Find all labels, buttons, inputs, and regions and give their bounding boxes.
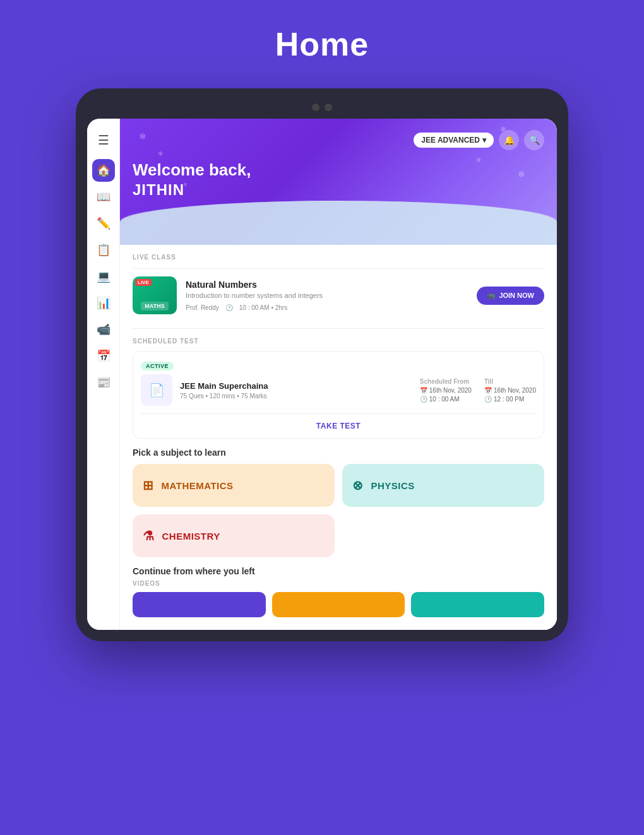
video-icon: 📹	[487, 292, 496, 300]
physics-icon: ⊗	[352, 478, 364, 493]
from-time: 🕐 10 : 00 AM	[420, 396, 472, 403]
exam-badge[interactable]: JEE ADVANCED ▾	[414, 133, 494, 148]
sidebar-schedule-icon[interactable]: 📅	[92, 345, 115, 367]
tablet-frame: ☰ 🏠 📖 ✏️ 📋 💻 📊 📹 📅 📰 ❄ ❄ ❄ ❄ ❄ ❄	[76, 88, 568, 641]
class-time: 10 : 00 AM • 2hrs	[239, 304, 287, 311]
divider-1	[133, 268, 544, 269]
professor-label: Prof. Reddy	[186, 304, 219, 311]
math-icon: ⊞	[143, 478, 154, 493]
sidebar-videos-icon[interactable]: 📹	[92, 318, 115, 341]
subjects-title: Pick a subject to learn	[133, 447, 544, 458]
calendar-icon-2: 📅	[484, 387, 492, 394]
search-icon: 🔍	[529, 135, 540, 145]
live-class-card: LIVE MATHS Natural Numbers Introduction …	[133, 276, 544, 321]
sidebar-live-icon[interactable]: 💻	[92, 265, 115, 288]
video-cards-row	[133, 592, 544, 617]
chemistry-icon: ⚗	[143, 528, 155, 543]
exam-label: JEE ADVANCED	[421, 136, 480, 145]
header-top: JEE ADVANCED ▾ 🔔 🔍	[133, 130, 544, 150]
camera-dot-2	[325, 104, 332, 111]
chemistry-label: CHEMISTRY	[162, 531, 220, 542]
main-content: ❄ ❄ ❄ ❄ ❄ ❄ JEE ADVANCED ▾ 🔔 🔍	[120, 119, 557, 630]
video-card-2[interactable]	[272, 592, 405, 617]
bell-icon: 🔔	[504, 135, 515, 145]
clock-icon-2: 🕐	[484, 396, 492, 403]
scheduled-test-label: SCHEDULED TEST	[133, 338, 544, 345]
tablet-screen: ☰ 🏠 📖 ✏️ 📋 💻 📊 📹 📅 📰 ❄ ❄ ❄ ❄ ❄ ❄	[87, 119, 557, 630]
from-label: Scheduled From	[420, 378, 472, 385]
sidebar-home-icon[interactable]: 🏠	[92, 159, 115, 182]
till-col: Till 📅 16th Nov, 2020 🕐 12 : 00 PM	[484, 378, 536, 403]
video-card-3[interactable]	[411, 592, 544, 617]
scheduled-from-col: Scheduled From 📅 16th Nov, 2020 🕐 10 : 0…	[420, 378, 472, 403]
sidebar-notes-icon[interactable]: ✏️	[92, 212, 115, 235]
chemistry-card[interactable]: ⚗ CHEMISTRY	[133, 514, 335, 557]
join-now-label: JOIN NOW	[499, 292, 534, 299]
live-class-title: Natural Numbers	[186, 280, 468, 290]
calendar-icon-1: 📅	[420, 387, 427, 394]
sidebar-menu-icon[interactable]: ☰	[92, 129, 115, 151]
sidebar: ☰ 🏠 📖 ✏️ 📋 💻 📊 📹 📅 📰	[87, 119, 120, 630]
sidebar-reports-icon[interactable]: 📊	[92, 292, 115, 314]
mathematics-card[interactable]: ⊞ MATHEMATICS	[133, 464, 335, 507]
take-test-link[interactable]: TAKE TEST	[141, 422, 536, 430]
username-text: JITHIN	[133, 181, 544, 199]
search-button[interactable]: 🔍	[524, 130, 544, 150]
camera-dot	[312, 104, 319, 111]
test-schedule: Scheduled From 📅 16th Nov, 2020 🕐 10 : 0…	[420, 378, 536, 403]
active-badge: ACTIVE	[141, 362, 174, 370]
till-date: 📅 16th Nov, 2020	[484, 387, 536, 394]
clock-icon: 🕐	[225, 304, 233, 311]
clock-icon-1: 🕐	[420, 396, 427, 403]
test-info-row: 📄 JEE Main Superchaina 75 Ques • 120 min…	[141, 374, 536, 406]
video-card-1[interactable]	[133, 592, 266, 617]
greeting-text: Welcome back,	[133, 160, 544, 180]
header-wave	[120, 201, 557, 245]
live-subject: MATHS	[141, 302, 168, 311]
live-info: Natural Numbers Introduction to number s…	[186, 280, 468, 311]
math-label: MATHEMATICS	[162, 480, 234, 491]
test-details: JEE Main Superchaina 75 Ques • 120 mins …	[180, 381, 412, 400]
physics-label: PHYSICS	[371, 480, 415, 491]
subjects-grid: ⊞ MATHEMATICS ⊗ PHYSICS ⚗ CHEMISTRY	[133, 464, 544, 557]
snowflake-2: ❄	[158, 150, 163, 157]
test-thumbnail: 📄	[141, 374, 172, 406]
videos-label: VIDEOS	[133, 580, 544, 587]
notification-button[interactable]: 🔔	[499, 130, 519, 150]
live-class-meta: Prof. Reddy 🕐 10 : 00 AM • 2hrs	[186, 304, 468, 311]
welcome-text: Welcome back, JITHIN	[133, 160, 544, 199]
divider-3	[141, 413, 536, 414]
live-class-section-label: LIVE CLASS	[133, 254, 544, 261]
test-meta: 75 Ques • 120 mins • 75 Marks	[180, 393, 412, 400]
content-area: LIVE CLASS LIVE MATHS Natural Numbers In…	[120, 245, 557, 630]
physics-card[interactable]: ⊗ PHYSICS	[342, 464, 544, 507]
sidebar-news-icon[interactable]: 📰	[92, 371, 115, 394]
test-title: JEE Main Superchaina	[180, 381, 412, 391]
till-label: Till	[484, 378, 536, 385]
join-now-button[interactable]: 📹 JOIN NOW	[477, 287, 544, 305]
page-title: Home	[275, 25, 369, 63]
header-banner: ❄ ❄ ❄ ❄ ❄ ❄ JEE ADVANCED ▾ 🔔 🔍	[120, 119, 557, 245]
live-badge: LIVE	[135, 279, 152, 286]
from-date: 📅 16th Nov, 2020	[420, 387, 472, 394]
sidebar-books-icon[interactable]: 📖	[92, 186, 115, 208]
sidebar-assignments-icon[interactable]: 📋	[92, 239, 115, 261]
continue-title: Continue from where you left	[133, 566, 544, 576]
chevron-down-icon: ▾	[482, 136, 486, 145]
divider-2	[133, 328, 544, 329]
camera-bar	[87, 100, 557, 115]
live-thumbnail: LIVE MATHS	[133, 276, 177, 314]
live-class-subtitle: Introduction to number systems and integ…	[186, 292, 468, 299]
till-time: 🕐 12 : 00 PM	[484, 396, 536, 403]
test-card: ACTIVE 📄 JEE Main Superchaina 75 Ques • …	[133, 351, 544, 439]
